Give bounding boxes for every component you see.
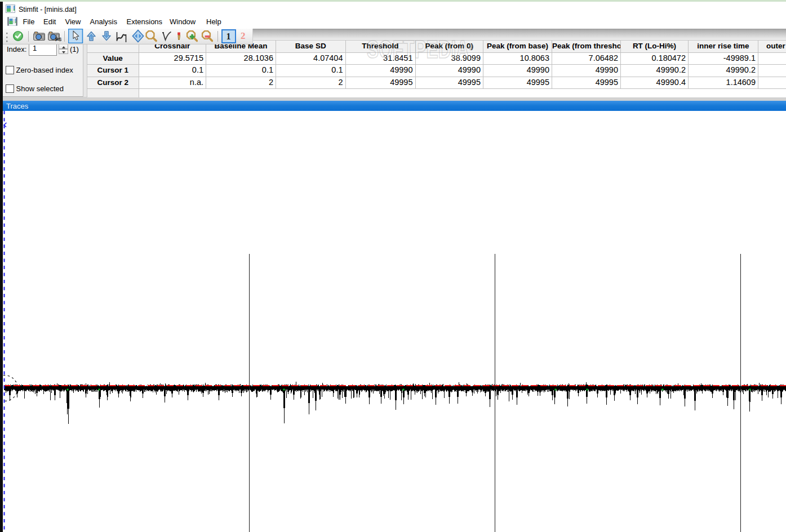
menu-window[interactable]: Window — [170, 17, 196, 27]
table-cell[interactable]: 2 — [206, 77, 276, 90]
column-header-outer-rise-time[interactable]: outer rise time — [758, 41, 786, 53]
table-empty-area — [87, 89, 139, 97]
pen-icon[interactable] — [175, 29, 183, 43]
table-cell[interactable]: 28.1036 — [206, 53, 276, 65]
camera-icon[interactable] — [33, 29, 46, 43]
checkbox-icon[interactable] — [6, 66, 14, 74]
toolbar-separator — [217, 31, 218, 42]
event-v-icon[interactable] — [161, 29, 172, 43]
trace-waveform — [5, 382, 786, 424]
accept-icon[interactable] — [12, 29, 24, 43]
table-cell[interactable]: 49995 — [346, 77, 416, 90]
toolbar-separator — [28, 31, 29, 42]
select-arrow-icon[interactable] — [68, 29, 83, 43]
checkbox-icon[interactable] — [6, 84, 14, 93]
checkbox-label: Zero-based index — [16, 66, 73, 74]
column-header-peak-from-0[interactable]: Peak (from 0) — [416, 41, 484, 53]
table-cell[interactable]: 7.06482 — [552, 53, 621, 65]
table-cell[interactable]: 38.9099 — [416, 53, 484, 65]
table-cell[interactable]: 0.180472 — [621, 53, 689, 65]
table-cell[interactable] — [758, 53, 786, 65]
table-cell[interactable]: 0.1 — [206, 65, 276, 77]
index-input[interactable]: 1 — [29, 42, 57, 56]
spinner-up-button[interactable] — [59, 44, 68, 49]
table-cell[interactable]: n.a. — [139, 77, 207, 90]
column-header-threshold[interactable]: Threshold — [346, 41, 416, 53]
toolbar: PS12 — [3, 29, 253, 44]
row-label-cursor-2[interactable]: Cursor 2 — [87, 77, 139, 90]
trace-plot[interactable] — [3, 111, 786, 532]
toolbar-separator — [64, 31, 65, 42]
menu-file[interactable]: File — [23, 17, 35, 27]
column-header-peak-from-threshold[interactable]: Peak (from threshold) — [552, 41, 621, 53]
arrow-down-icon[interactable] — [101, 29, 112, 43]
table-cell[interactable]: 49990.4 — [621, 77, 689, 90]
event-marker — [99, 389, 100, 391]
table-empty-area — [139, 89, 207, 97]
zoom-in-icon[interactable] — [185, 29, 198, 43]
trace-selection-panel: Index: 1 (1) Zero-based index Show selec… — [3, 41, 83, 97]
table-cell[interactable]: 49990 — [346, 65, 416, 77]
table-empty-area — [483, 89, 552, 97]
table-cell[interactable]: 49990 — [416, 65, 484, 77]
trace-wave-icon[interactable] — [116, 29, 127, 43]
event-marker — [587, 389, 588, 391]
menu-analysis[interactable]: Analysis — [90, 17, 117, 27]
menu-edit[interactable]: Edit — [43, 17, 56, 27]
table-cell[interactable]: 49995 — [552, 77, 621, 90]
row-label-cursor-1[interactable]: Cursor 1 — [87, 65, 139, 77]
index-label: Index: — [7, 45, 26, 53]
index-spinner[interactable] — [59, 44, 68, 55]
menu-extensions[interactable]: Extensions — [127, 17, 163, 27]
arrow-up-icon[interactable] — [86, 29, 96, 43]
table-cell[interactable]: 0.1 — [139, 65, 207, 77]
table-cell[interactable]: 2 — [276, 77, 346, 90]
camera-ps-icon[interactable]: PS — [48, 29, 61, 43]
event-marker — [403, 389, 405, 391]
column-header-peak-from-base[interactable]: Peak (from base) — [483, 41, 552, 53]
spinner-down-button[interactable] — [59, 49, 68, 54]
title-bar: Stimfit - [minis.dat] — [3, 2, 786, 15]
table-cell[interactable]: 49995 — [483, 77, 552, 90]
table-cell[interactable]: 31.8451 — [346, 53, 416, 65]
table-empty-area — [552, 89, 621, 97]
table-cell[interactable]: 10.8063 — [483, 53, 552, 65]
channel1-button[interactable]: 1 — [221, 29, 236, 43]
results-table: ValueCursor 1Cursor 2Crosshair29.57150.1… — [87, 40, 786, 97]
traces-pane-title: Traces — [6, 102, 28, 110]
table-cell[interactable] — [758, 77, 786, 90]
svg-text:PS: PS — [55, 37, 61, 42]
table-cell[interactable] — [758, 65, 786, 77]
table-empty-area — [689, 89, 758, 97]
table-cell[interactable]: 49990 — [552, 65, 621, 77]
table-cell[interactable]: 1.14609 — [689, 77, 758, 90]
table-cell[interactable]: 29.5715 — [139, 53, 207, 65]
table-cell[interactable]: 49990.2 — [621, 65, 689, 77]
column-header-inner-rise-time[interactable]: inner rise time — [689, 41, 758, 53]
event-marker — [749, 389, 751, 391]
event-marker — [662, 389, 664, 391]
checkbox-label: Show selected — [16, 84, 64, 93]
row-label-value[interactable]: Value — [87, 53, 139, 65]
app-icon — [6, 5, 15, 13]
channel2-label[interactable]: 2 — [241, 29, 248, 43]
table-cell[interactable]: 49995 — [416, 77, 484, 90]
zoom-out-icon[interactable] — [201, 29, 213, 43]
table-empty-area — [346, 89, 416, 97]
zoom-lens-icon[interactable] — [145, 29, 157, 43]
table-cell[interactable]: -49989.1 — [689, 53, 758, 65]
fit-horizontal-icon[interactable] — [132, 29, 144, 43]
event-marker — [67, 389, 69, 391]
column-header-base-sd[interactable]: Base SD — [276, 41, 346, 53]
event-marker — [283, 389, 285, 391]
table-cell[interactable]: 0.1 — [276, 65, 346, 77]
table-cell[interactable]: 49990 — [483, 65, 552, 77]
table-empty-area — [416, 89, 484, 97]
menu-view[interactable]: View — [65, 17, 81, 27]
table-cell[interactable]: 4.07404 — [276, 53, 346, 65]
column-header-rt-lo-hi[interactable]: RT (Lo-Hi%) — [621, 41, 689, 53]
table-cell[interactable]: 49990.2 — [689, 65, 758, 77]
gripper-icon — [6, 29, 9, 43]
menu-help[interactable]: Help — [206, 17, 221, 27]
traces-pane-caption[interactable]: Traces — [3, 101, 786, 111]
